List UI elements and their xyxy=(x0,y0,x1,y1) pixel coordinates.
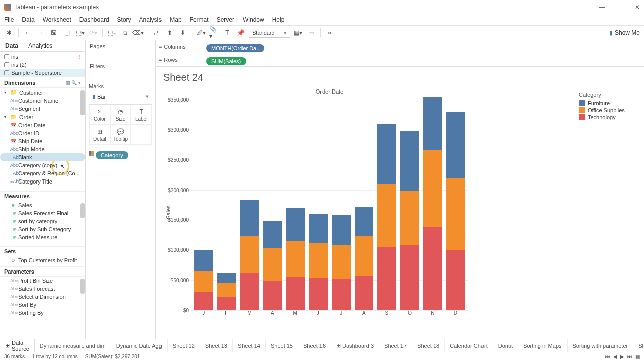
marks-label[interactable]: TLabel xyxy=(131,105,152,125)
bar-column[interactable] xyxy=(309,97,328,310)
show-me-button[interactable]: ▮Show Me xyxy=(609,29,640,36)
parameter-item[interactable]: AbcSorting By xyxy=(0,309,85,317)
parameter-item[interactable]: AbcSales Forecast xyxy=(0,285,85,293)
autosave-button[interactable]: ⬚▾ xyxy=(75,28,85,38)
duplicate-button[interactable]: ⧉ xyxy=(120,28,130,38)
minimize-button[interactable]: — xyxy=(599,4,605,11)
menu-server[interactable]: Server xyxy=(217,16,234,23)
bar-column[interactable] xyxy=(263,97,282,310)
group-button[interactable]: 📎▾ xyxy=(209,28,219,38)
sheet-tab[interactable]: Donut xyxy=(493,339,518,352)
rows-pill-sales[interactable]: SUM(Sales) xyxy=(206,57,246,65)
tab-analytics[interactable]: Analytics xyxy=(23,40,57,51)
dimension-item[interactable]: ▾📁Customer xyxy=(0,88,85,97)
pages-shelf[interactable]: Pages xyxy=(86,40,155,60)
new-worksheet-button[interactable]: ⬚₊ xyxy=(107,28,117,38)
menu-dashboard[interactable]: Dashboard xyxy=(79,16,109,23)
data-pane-menu-icon[interactable]: ▫ xyxy=(77,40,85,51)
columns-shelf[interactable]: ≡Columns MONTH(Order Da.. xyxy=(156,40,644,53)
mark-type-dropdown[interactable]: ▮Bar▾ xyxy=(89,92,152,101)
menu-analysis[interactable]: Analysis xyxy=(139,16,162,23)
bar-column[interactable] xyxy=(446,97,465,310)
measure-item[interactable]: =#Sales Forecast Final xyxy=(0,209,85,217)
bar-column[interactable] xyxy=(332,97,351,310)
dimension-item[interactable]: AbcCustomer Name xyxy=(0,97,85,105)
sheet-tab[interactable]: Sorting in Maps xyxy=(518,339,567,352)
datasource-item[interactable]: iris! xyxy=(0,53,85,61)
bar-column[interactable] xyxy=(355,97,374,310)
refresh-button[interactable]: ⟳▾ xyxy=(88,28,98,38)
presentation-button[interactable]: ▭ xyxy=(306,28,316,38)
sheet-tab[interactable]: Sheet 15 xyxy=(266,339,298,352)
fit-dropdown[interactable]: Standard▾ xyxy=(249,28,290,38)
parameter-item[interactable]: AbcProfit Bin Size xyxy=(0,277,85,285)
sheet-tab[interactable]: Dynamic Date Agg xyxy=(111,339,168,352)
menu-format[interactable]: Format xyxy=(190,16,209,23)
parameter-item[interactable]: AbcSort By xyxy=(0,301,85,309)
swap-button[interactable]: ⇄ xyxy=(151,28,162,38)
sheet-tab[interactable]: Calendar Chart xyxy=(445,339,493,352)
legend-item[interactable]: Office Supplies xyxy=(579,107,639,114)
close-button[interactable]: ✕ xyxy=(635,4,640,11)
dimension-item[interactable]: =AbcCategory & Region (Co... xyxy=(0,169,85,177)
dimension-item[interactable]: AbcCategory (copy) xyxy=(0,161,85,169)
bar-column[interactable] xyxy=(377,97,396,310)
dimension-item[interactable]: 📅Ship Date xyxy=(0,137,85,145)
rows-shelf[interactable]: ≡Rows SUM(Sales) xyxy=(156,53,644,66)
marks-detail[interactable]: ⊞Detail xyxy=(89,125,110,145)
filters-shelf[interactable]: Filters xyxy=(86,60,155,80)
bar-column[interactable] xyxy=(400,97,420,310)
menu-data[interactable]: Data xyxy=(22,16,34,23)
bar-column[interactable] xyxy=(423,97,442,310)
datasource-item[interactable]: Sample - Superstore xyxy=(0,69,85,77)
bar-column[interactable] xyxy=(286,97,305,310)
nav-prev-icon[interactable]: ◀ xyxy=(613,354,617,359)
menu-worksheet[interactable]: Worksheet xyxy=(43,16,71,23)
datasource-item[interactable]: iris (2) xyxy=(0,61,85,69)
sheet-tab[interactable]: Sheet 16 xyxy=(298,339,331,352)
dimension-item[interactable]: =AbcCategory Title xyxy=(0,177,85,186)
sort-desc-button[interactable]: ⬇ xyxy=(178,28,188,38)
marks-size[interactable]: ◔Size xyxy=(110,105,131,125)
tableau-icon[interactable]: ✱ xyxy=(4,28,14,38)
dimension-item[interactable]: AbcShip Mode xyxy=(0,145,85,153)
nav-next-icon[interactable]: ▶ xyxy=(620,354,624,359)
labels-button[interactable]: T xyxy=(222,28,232,38)
measure-item[interactable]: =#Sorted Measure xyxy=(0,233,85,241)
save-button[interactable]: 🖫 xyxy=(49,28,59,38)
sheet-tab[interactable]: Sheet 14 xyxy=(233,339,266,352)
legend-item[interactable]: Technology xyxy=(579,114,639,121)
measure-item[interactable]: =#Sort by Sub Category xyxy=(0,225,85,233)
parameter-item[interactable]: AbcSelect a Dimension xyxy=(0,293,85,301)
nav-first-icon[interactable]: ⏮ xyxy=(605,354,610,359)
dimension-item[interactable]: ▾📁Order xyxy=(0,113,85,121)
menu-window[interactable]: Window xyxy=(243,16,264,23)
marks-category-pill[interactable]: Category xyxy=(89,148,152,159)
sort-asc-button[interactable]: ⬆ xyxy=(165,28,175,38)
dimension-item[interactable]: =AbcBlank xyxy=(0,153,85,161)
pin-button[interactable]: 📌 xyxy=(235,28,246,38)
sheet-tab[interactable]: Sheet 13 xyxy=(200,339,233,352)
view-cards-button[interactable]: ▦▾ xyxy=(293,28,303,38)
highlight-button[interactable]: 🖉▾ xyxy=(196,28,206,38)
share-button[interactable]: ∝ xyxy=(325,28,335,38)
bar-column[interactable] xyxy=(240,97,259,310)
menu-map[interactable]: Map xyxy=(170,16,181,23)
nav-grid-icon[interactable]: ▦ xyxy=(635,354,640,359)
sheet-tab[interactable]: ⊞Dashboard 3 xyxy=(331,339,379,352)
forward-button[interactable]: → xyxy=(36,28,46,38)
columns-pill-month[interactable]: MONTH(Order Da.. xyxy=(206,44,264,52)
nav-last-icon[interactable]: ⏭ xyxy=(627,354,632,359)
chart-plot[interactable]: $0$50,000$100,000$150,000$200,000$250,00… xyxy=(191,97,468,310)
marks-color[interactable]: ⁙Color xyxy=(89,105,110,125)
sheet-tab[interactable]: Dynamic measure and dim xyxy=(35,339,111,352)
sheet-title[interactable]: Sheet 24 xyxy=(156,67,644,88)
dimension-item[interactable]: 📅Order Date xyxy=(0,121,85,129)
bar-column[interactable] xyxy=(217,97,236,310)
sheet-tab[interactable]: Sheet 12 xyxy=(168,339,200,352)
sheet-tab[interactable]: Sheet 23 xyxy=(633,339,644,352)
set-item[interactable]: ⊘Top Customers by Profit xyxy=(0,256,85,264)
tab-data[interactable]: Data xyxy=(0,40,23,51)
data-source-tab[interactable]: ⊞Data Source xyxy=(0,339,35,352)
menu-help[interactable]: Help xyxy=(272,16,285,23)
